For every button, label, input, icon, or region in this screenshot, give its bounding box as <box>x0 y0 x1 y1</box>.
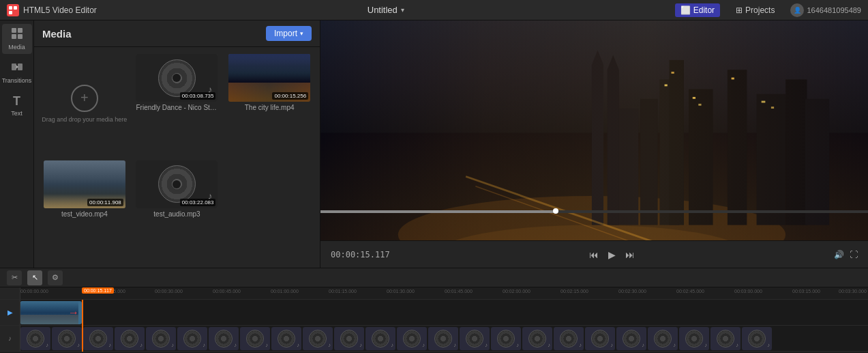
music-note-icon: ♪ <box>422 342 425 348</box>
ruler-mark: 00:03:00.000 <box>734 289 762 294</box>
media-filename: test_audio.mp3 <box>153 210 200 218</box>
sidebar-item-media[interactable]: Media <box>2 24 32 54</box>
sidebar-item-text[interactable]: T Text <box>2 91 32 120</box>
add-media-icon: + <box>71 85 98 112</box>
list-item[interactable]: 00:00:11.908 test_video.mp4 <box>41 160 128 262</box>
audio-track: ♪ ♪ ♪ ♪ ♪ ♪ ♪ ♪ ♪ ♪ ♪ ♪ ♪ ♪ ♪ ♪ ♪ <box>20 326 868 352</box>
preview-controls: 00:00:15.117 ⏮ ▶ ⏭ 🔊 ⛶ <box>320 240 868 268</box>
list-item[interactable]: ♪ <box>209 327 239 350</box>
list-item[interactable]: ♪ <box>20 327 50 350</box>
list-item[interactable]: ♪ <box>365 327 395 350</box>
step-forward-button[interactable]: ⏭ <box>623 247 637 262</box>
list-item[interactable]: ♪ <box>52 327 82 350</box>
list-item[interactable]: ♪ <box>554 327 584 350</box>
media-thumbnail: 00:00:11.908 <box>44 160 125 208</box>
project-name-area[interactable]: Untitled ▾ <box>368 5 404 15</box>
music-note-icon: ♪ <box>610 342 613 348</box>
svg-point-3 <box>14 11 17 14</box>
media-panel-title: Media <box>42 28 72 40</box>
timeline-area: ✂ ↖ ⚙ 00:00:15.117 00:00:00.000 00:00:15… <box>0 268 868 353</box>
ruler-mark: 00:02:00.000 <box>503 289 530 294</box>
app-branding: HTML5 Video Editor <box>7 4 97 16</box>
list-item[interactable]: ♪ <box>616 327 646 350</box>
volume-button[interactable]: 🔊 <box>834 250 844 259</box>
music-note-icon: ♪ <box>234 342 237 348</box>
timeline-ruler: 00:00:15.117 00:00:00.000 00:00:15.000 0… <box>0 287 868 300</box>
list-item[interactable]: ♪ <box>679 327 709 350</box>
music-note-icon: ♪ <box>328 342 331 348</box>
media-panel: Media Import ▾ + Drag and drop your medi… <box>34 20 320 268</box>
seek-bar-fill <box>320 210 556 213</box>
svg-rect-4 <box>12 28 16 33</box>
ruler-mark: 00:02:30.000 <box>618 289 646 294</box>
ruler-mark: 00:01:45.000 <box>445 289 473 294</box>
svg-rect-5 <box>18 28 23 33</box>
editor-nav-button[interactable]: ⬜ Editor <box>675 3 720 17</box>
list-item[interactable]: ♪ <box>177 327 207 350</box>
music-note-icon: ♪ <box>736 342 738 348</box>
sidebar: Media Transitions T Text <box>0 20 34 268</box>
ruler-mark: 00:03:30.000 <box>839 289 867 294</box>
list-item[interactable]: ♪ <box>428 327 458 350</box>
music-note-icon: ♪ <box>140 342 143 348</box>
sidebar-item-transitions[interactable]: Transitions <box>2 57 32 87</box>
select-tool-button[interactable]: ↖ <box>27 270 42 285</box>
video-track-mute[interactable]: ▶ <box>8 309 13 316</box>
svg-rect-1 <box>14 6 17 10</box>
music-note-icon: ♪ <box>704 342 707 348</box>
avatar: 👤 <box>790 3 804 17</box>
svg-rect-8 <box>12 63 16 70</box>
audio-track-mute[interactable]: ♪ <box>8 335 12 342</box>
list-item[interactable]: ♪ <box>522 327 552 350</box>
list-item[interactable]: ♪ <box>303 327 333 350</box>
music-note-icon: ♪ <box>297 342 299 348</box>
list-item[interactable]: ♪ <box>83 327 113 350</box>
tracks-container: ▶ ♪ → ♪ ♪ <box>0 300 868 352</box>
music-note-icon: ♪ <box>485 342 488 348</box>
ruler-mark: 00:03:15.000 <box>792 289 820 294</box>
media-filename: The city life.mp4 <box>245 104 295 111</box>
list-item[interactable]: ♪ <box>742 327 772 350</box>
list-item[interactable]: ♪ <box>648 327 678 350</box>
seek-bar[interactable] <box>320 210 868 213</box>
list-item[interactable]: ♪ <box>585 327 615 350</box>
list-item[interactable]: ♪ <box>115 327 145 350</box>
cut-tool-button[interactable]: ✂ <box>7 270 22 285</box>
ruler-mark: 00:02:15.000 <box>560 289 588 294</box>
list-item[interactable]: 00:00:15.256 The city life.mp4 <box>226 54 313 155</box>
media-thumbnail: 00:00:15.256 <box>228 54 310 102</box>
music-note-icon: ♪ <box>579 342 582 348</box>
step-back-button[interactable]: ⏮ <box>587 247 601 262</box>
list-item[interactable]: ♪ <box>334 327 364 350</box>
user-info[interactable]: 👤 1646481095489 <box>790 3 861 17</box>
import-button[interactable]: Import ▾ <box>266 26 312 41</box>
fullscreen-button[interactable]: ⛶ <box>850 250 858 259</box>
settings-tool-button[interactable]: ⚙ <box>48 270 63 285</box>
projects-icon: ⊞ <box>736 5 743 15</box>
list-item[interactable]: ♪ <box>271 327 301 350</box>
list-item[interactable]: ♪ <box>460 327 490 350</box>
text-icon: T <box>13 94 20 109</box>
play-button[interactable]: ▶ <box>606 247 618 262</box>
chevron-down-icon: ▾ <box>401 6 404 14</box>
ruler-mark: 00:01:00.000 <box>271 289 299 294</box>
svg-rect-36 <box>320 20 868 240</box>
media-drop-zone[interactable]: + Drag and drop your media here <box>41 54 128 155</box>
app-title: HTML5 Video Editor <box>23 5 97 15</box>
list-item[interactable]: ♪ <box>710 327 740 350</box>
svg-rect-6 <box>12 34 16 39</box>
list-item[interactable]: ♪ <box>240 327 270 350</box>
music-note-icon: ♪ <box>46 342 48 348</box>
media-filename: test_video.mp4 <box>61 210 108 218</box>
list-item[interactable]: ♪ 00:03:08.735 Friendly Dance - Nico Sta… <box>134 54 221 155</box>
list-item[interactable]: ♪ <box>397 327 427 350</box>
seek-handle[interactable] <box>553 208 558 214</box>
projects-nav-button[interactable]: ⊞ Projects <box>730 3 780 17</box>
list-item[interactable]: ♪ <box>491 327 521 350</box>
playback-controls: ⏮ ▶ ⏭ <box>587 247 637 262</box>
list-item[interactable]: ♪ <box>146 327 176 350</box>
project-title: Untitled <box>368 5 398 15</box>
ruler-mark: 00:02:45.000 <box>676 289 704 294</box>
list-item[interactable]: ♪ 00:03:22.083 test_audio.mp3 <box>134 160 221 262</box>
main-content: Media Transitions T Text Media Import ▾ <box>0 20 868 268</box>
